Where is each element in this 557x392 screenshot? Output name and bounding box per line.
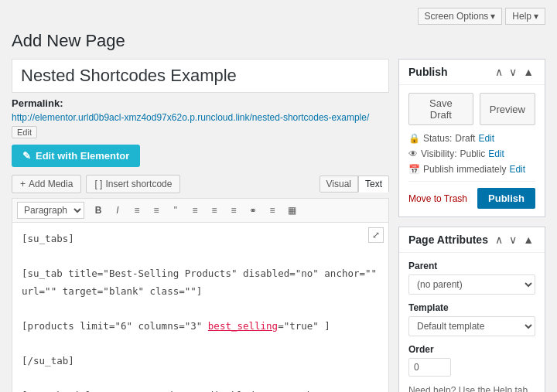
bold-button[interactable]: B xyxy=(90,203,107,218)
publish-time-label: Publish xyxy=(423,164,453,175)
page-attributes-toggle-button[interactable]: ∨ xyxy=(507,234,518,245)
insert-shortcode-label: Insert shortcode xyxy=(105,179,172,189)
add-media-icon: + xyxy=(20,179,26,189)
order-input[interactable] xyxy=(408,358,451,377)
toolbar-toggle-button[interactable]: ▦ xyxy=(283,203,300,218)
page-attributes-panel-controls: ∧ ∨ ▲ xyxy=(494,234,535,245)
permalink-label: Permalink: xyxy=(12,97,63,109)
template-field-group: Template Default template xyxy=(408,302,535,336)
visibility-label: Visibility: xyxy=(421,148,456,159)
sidebar: Publish ∧ ∨ ▲ Save Draft Preview 🔒 Statu… xyxy=(398,59,545,392)
add-media-label: Add Media xyxy=(29,179,73,189)
publish-panel-toggle-button[interactable]: ∨ xyxy=(507,66,518,77)
page-title: Add New Page xyxy=(12,31,545,51)
preview-button[interactable]: Preview xyxy=(480,93,535,125)
blockquote-button[interactable]: " xyxy=(167,203,184,218)
page-attributes-panel-title: Page Attributes xyxy=(408,233,488,246)
publish-footer: Move to Trash Publish xyxy=(408,181,535,209)
parent-label: Parent xyxy=(408,261,535,271)
publish-panel-collapse-button[interactable]: ∧ xyxy=(494,66,504,77)
order-field-group: Order xyxy=(408,344,535,377)
align-center-button[interactable]: ≡ xyxy=(206,203,223,218)
code-line-3: [products limit="6" columns="3" best_sel… xyxy=(22,318,379,336)
publish-panel-title: Publish xyxy=(408,66,448,78)
code-line-5: [su_tab title="Newest Products" disabled… xyxy=(22,387,379,393)
screen-options-chevron-icon: ▾ xyxy=(490,11,495,22)
page-attributes-close-button[interactable]: ▲ xyxy=(521,234,535,245)
align-right-button[interactable]: ≡ xyxy=(225,203,242,218)
status-label: Status: xyxy=(423,133,452,144)
page-attributes-collapse-button[interactable]: ∧ xyxy=(494,234,504,245)
status-value: Draft xyxy=(455,133,475,144)
template-select[interactable]: Default template xyxy=(408,316,535,336)
page-attributes-panel-header: Page Attributes ∧ ∨ ▲ xyxy=(399,227,545,253)
publish-time-row: 📅 Publish immediately Edit xyxy=(408,164,535,175)
help-chevron-icon: ▾ xyxy=(534,11,538,22)
move-to-trash-button[interactable]: Move to Trash xyxy=(408,193,467,204)
status-row: 🔒 Status: Draft Edit xyxy=(408,133,535,144)
fullscreen-icon: ⤢ xyxy=(372,230,380,240)
insert-shortcode-button[interactable]: [ ] Insert shortcode xyxy=(86,175,180,193)
paragraph-format-select[interactable]: Paragraph xyxy=(17,202,84,219)
publish-panel-body: Save Draft Preview 🔒 Status: Draft Edit … xyxy=(399,85,545,216)
publish-actions: Save Draft Preview xyxy=(408,93,535,125)
status-edit-link[interactable]: Edit xyxy=(478,133,494,144)
more-button[interactable]: ≡ xyxy=(264,203,281,218)
main-layout: Permalink: http://elementor.urld0b9acl-x… xyxy=(12,59,545,392)
help-label: Help xyxy=(512,11,531,22)
publish-panel-controls: ∧ ∨ ▲ xyxy=(494,66,535,77)
page-attributes-panel-body: Parent (no parent) Template Default temp… xyxy=(399,253,545,392)
parent-select[interactable]: (no parent) xyxy=(408,274,535,295)
parent-field-group: Parent (no parent) xyxy=(408,261,535,295)
help-button[interactable]: Help ▾ xyxy=(505,8,545,25)
publish-panel-close-button[interactable]: ▲ xyxy=(521,66,535,77)
publish-time-value: immediately xyxy=(456,164,506,175)
ordered-list-button[interactable]: ≡ xyxy=(148,203,165,218)
italic-button[interactable]: I xyxy=(109,203,126,218)
text-editor: ⤢ [su_tabs] [su_tab title="Best-Selling … xyxy=(12,222,389,392)
top-bar: Screen Options ▾ Help ▾ xyxy=(12,8,545,25)
screen-options-label: Screen Options xyxy=(425,11,489,22)
unordered-list-button[interactable]: ≡ xyxy=(128,203,145,218)
code-line-2: [su_tab title="Best-Selling Products" di… xyxy=(22,265,379,300)
publish-time-edit-link[interactable]: Edit xyxy=(509,164,525,175)
visual-text-tabs: Visual Text xyxy=(320,176,389,193)
fullscreen-button[interactable]: ⤢ xyxy=(368,227,384,243)
add-media-button[interactable]: + Add Media xyxy=(12,175,81,193)
content-area: Permalink: http://elementor.urld0b9acl-x… xyxy=(12,59,389,392)
publish-panel-header: Publish ∧ ∨ ▲ xyxy=(399,60,545,85)
permalink-edit-button[interactable]: Edit xyxy=(12,126,37,138)
editor-top-bar: + Add Media [ ] Insert shortcode Visual … xyxy=(12,175,389,193)
status-icon: 🔒 xyxy=(408,133,420,144)
code-content[interactable]: [su_tabs] [su_tab title="Best-Selling Pr… xyxy=(22,230,379,392)
permalink-url[interactable]: http://elementor.urld0b9acl-xmz4od97x62o… xyxy=(12,112,369,123)
insert-shortcode-icon: [ ] xyxy=(94,179,102,189)
visibility-edit-link[interactable]: Edit xyxy=(488,148,504,159)
elementor-edit-button[interactable]: ✎ Edit with Elementor xyxy=(12,145,140,167)
calendar-icon: 📅 xyxy=(408,164,420,175)
visibility-value: Public xyxy=(460,148,485,159)
screen-options-button[interactable]: Screen Options ▾ xyxy=(418,8,503,25)
template-label: Template xyxy=(408,302,535,313)
page-attributes-panel: Page Attributes ∧ ∨ ▲ Parent (no parent) xyxy=(398,227,545,392)
publish-panel: Publish ∧ ∨ ▲ Save Draft Preview 🔒 Statu… xyxy=(398,59,545,217)
page-wrapper: Screen Options ▾ Help ▾ Add New Page Per… xyxy=(0,0,557,392)
visibility-row: 👁 Visibility: Public Edit xyxy=(408,148,535,159)
code-line-4: [/su_tab] xyxy=(22,353,379,370)
order-label: Order xyxy=(408,344,535,355)
best-selling-link[interactable]: best_selling xyxy=(208,320,278,332)
link-button[interactable]: ⚭ xyxy=(244,203,261,218)
text-tab[interactable]: Text xyxy=(358,176,389,193)
page-title-input[interactable] xyxy=(12,59,389,93)
visibility-icon: 👁 xyxy=(408,148,418,159)
publish-button[interactable]: Publish xyxy=(477,188,535,209)
format-toolbar: Paragraph B I ≡ ≡ " ≡ ≡ ≡ ⚭ ≡ ▦ xyxy=(12,198,389,222)
permalink-row: Permalink: http://elementor.urld0b9acl-x… xyxy=(12,97,389,138)
help-text: Need help? Use the Help tab above the sc… xyxy=(408,384,535,392)
save-draft-button[interactable]: Save Draft xyxy=(408,93,473,125)
elementor-label: Edit with Elementor xyxy=(36,150,129,162)
elementor-icon: ✎ xyxy=(22,150,31,162)
code-line-1: [su_tabs] xyxy=(22,230,379,248)
align-left-button[interactable]: ≡ xyxy=(186,203,203,218)
visual-tab[interactable]: Visual xyxy=(320,176,358,193)
